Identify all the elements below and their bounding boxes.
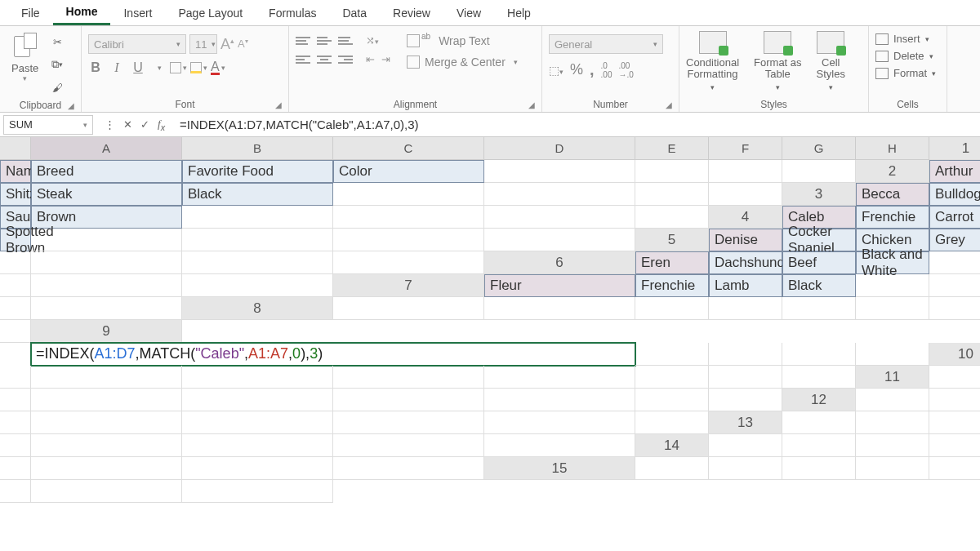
cell-H2[interactable] xyxy=(709,183,782,206)
cell-F3[interactable] xyxy=(333,206,484,229)
number-launcher[interactable]: ◢ xyxy=(666,100,672,109)
cell-E2[interactable] xyxy=(333,183,484,206)
clipboard-launcher[interactable]: ◢ xyxy=(68,101,74,110)
cell-A1[interactable]: Name xyxy=(0,160,31,183)
cell-H7[interactable] xyxy=(31,297,182,320)
col-header-H[interactable]: H xyxy=(856,137,929,160)
cell-D10[interactable] xyxy=(333,366,484,389)
cell-D2[interactable]: Black xyxy=(182,183,333,206)
cell-F6[interactable] xyxy=(0,274,31,297)
format-cells-button[interactable]: Format▾ xyxy=(875,67,936,79)
cell-E15[interactable] xyxy=(929,457,980,480)
row-header-3[interactable]: 3 xyxy=(782,183,856,206)
row-header-1[interactable]: 1 xyxy=(929,137,980,160)
cell-D3[interactable]: Brown xyxy=(31,206,182,229)
cell-B4[interactable]: Frenchie xyxy=(856,206,929,229)
cell-B3[interactable]: Bulldog xyxy=(929,183,980,206)
row-header-11[interactable]: 11 xyxy=(856,366,929,389)
cell-E4[interactable] xyxy=(31,229,182,251)
row-header-15[interactable]: 15 xyxy=(484,457,635,480)
row-header-12[interactable]: 12 xyxy=(782,389,856,411)
cell-H8[interactable] xyxy=(0,320,31,343)
cell-G14[interactable] xyxy=(182,457,333,480)
cell-H11[interactable] xyxy=(709,389,782,411)
align-top-button[interactable] xyxy=(296,37,310,45)
insert-cells-button[interactable]: Insert▾ xyxy=(875,33,929,45)
number-format-combo[interactable]: General▾ xyxy=(549,34,663,54)
font-size-combo[interactable]: 11▾ xyxy=(189,34,217,54)
cell-A14[interactable] xyxy=(709,434,782,457)
orientation-button[interactable]: ⤭▾ xyxy=(366,34,379,47)
cell-H10[interactable] xyxy=(782,366,856,389)
cell-H6[interactable] xyxy=(182,274,333,297)
cell-H15[interactable] xyxy=(182,480,333,503)
select-all-corner[interactable] xyxy=(0,137,31,160)
font-launcher[interactable]: ◢ xyxy=(275,100,282,109)
cell-E9[interactable] xyxy=(635,343,709,366)
cell-A10[interactable] xyxy=(0,366,31,389)
decrease-indent-button[interactable]: ⇤ xyxy=(366,53,375,65)
align-left-button[interactable] xyxy=(296,56,310,64)
cell-G1[interactable] xyxy=(709,160,782,183)
align-middle-button[interactable] xyxy=(317,37,332,45)
cell-G6[interactable] xyxy=(31,274,182,297)
underline-button[interactable]: U xyxy=(131,60,145,75)
cell-B15[interactable] xyxy=(709,457,782,480)
dropdown-button[interactable]: ⋮ xyxy=(105,118,115,131)
format-as-table-button[interactable]: Format as Table▾ xyxy=(754,31,802,92)
cell-H1[interactable] xyxy=(782,160,856,183)
cell-E6[interactable] xyxy=(929,251,980,274)
cell-F7[interactable] xyxy=(929,274,980,297)
cell-H13[interactable] xyxy=(484,434,635,457)
col-header-F[interactable]: F xyxy=(709,137,782,160)
cell-G8[interactable] xyxy=(929,297,980,320)
cell-B6[interactable]: Dachshund xyxy=(709,251,782,274)
cell-F1[interactable] xyxy=(635,160,709,183)
cell-F13[interactable] xyxy=(182,434,333,457)
align-center-button[interactable] xyxy=(317,56,332,64)
cell-H9[interactable] xyxy=(856,343,929,366)
col-header-G[interactable]: G xyxy=(782,137,856,160)
alignment-launcher[interactable]: ◢ xyxy=(528,100,535,109)
cell-B1[interactable]: Breed xyxy=(31,160,182,183)
cell-A5[interactable]: Denise xyxy=(709,229,782,251)
cell-A9[interactable]: =INDEX(A1:D7,MATCH("Caleb",A1:A7,0),3) xyxy=(31,343,635,366)
font-name-combo[interactable]: Calibri▾ xyxy=(88,34,186,54)
paste-button[interactable]: Paste ▾ xyxy=(7,29,43,86)
cell-D5[interactable]: Grey xyxy=(929,229,980,251)
cell-C15[interactable] xyxy=(782,457,856,480)
cell-G2[interactable] xyxy=(635,183,709,206)
merge-center-button[interactable]: Merge & Center▾ xyxy=(407,56,518,69)
cell-D7[interactable]: Black xyxy=(782,274,856,297)
cell-B7[interactable]: Frenchie xyxy=(635,274,709,297)
col-header-D[interactable]: D xyxy=(484,137,635,160)
tab-review[interactable]: Review xyxy=(380,2,443,24)
cell-A8[interactable] xyxy=(333,297,484,320)
row-header-10[interactable]: 10 xyxy=(929,343,980,366)
cell-B5[interactable]: Cocker Spaniel xyxy=(782,229,856,251)
enter-button[interactable]: ✓ xyxy=(140,118,149,131)
cell-B10[interactable] xyxy=(31,366,182,389)
comma-button[interactable]: , xyxy=(590,60,595,79)
cell-G11[interactable] xyxy=(635,389,709,411)
cell-C4[interactable]: Carrot xyxy=(929,206,980,229)
cell-D13[interactable] xyxy=(0,434,31,457)
cell-G12[interactable] xyxy=(484,411,635,434)
cell-B2[interactable]: Shitzu xyxy=(0,183,31,206)
delete-cells-button[interactable]: Delete▾ xyxy=(875,50,933,62)
bold-button[interactable]: B xyxy=(88,60,103,75)
row-header-8[interactable]: 8 xyxy=(182,297,333,320)
name-box[interactable]: SUM▾ xyxy=(3,115,93,135)
cell-A7[interactable]: Fleur xyxy=(484,274,635,297)
borders-button[interactable]: ▾ xyxy=(170,62,187,73)
fill-color-button[interactable]: ▾ xyxy=(190,62,207,73)
cell-C2[interactable]: Steak xyxy=(31,183,182,206)
cell-F15[interactable] xyxy=(0,480,31,503)
cell-F8[interactable] xyxy=(856,297,929,320)
cell-B8[interactable] xyxy=(484,297,635,320)
cell-H5[interactable] xyxy=(333,251,484,274)
percent-button[interactable]: % xyxy=(570,61,583,78)
align-right-button[interactable] xyxy=(338,56,353,64)
cell-H14[interactable] xyxy=(333,457,484,480)
cell-G3[interactable] xyxy=(484,206,635,229)
